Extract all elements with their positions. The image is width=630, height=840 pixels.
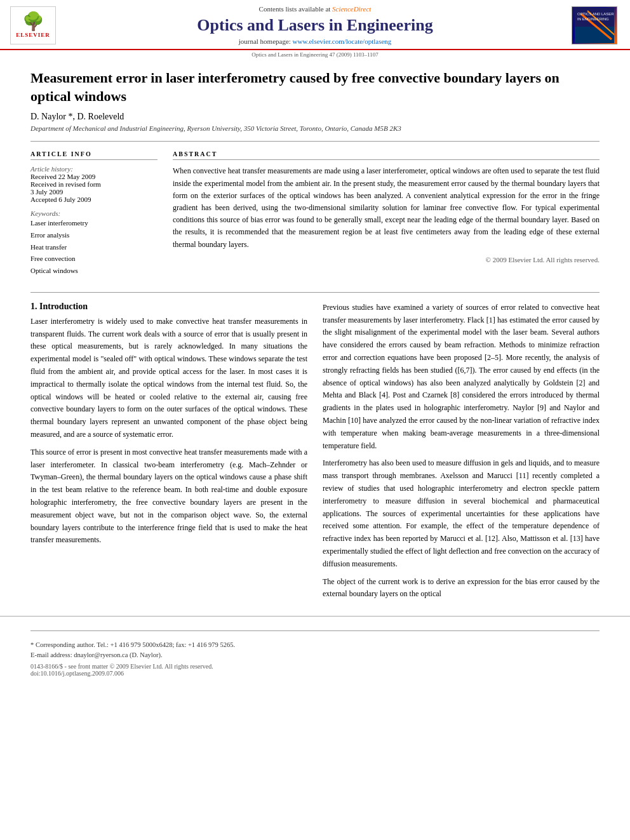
abstract-label: ABSTRACT	[173, 150, 600, 160]
authors: D. Naylor *, D. Roeleveld	[30, 112, 600, 122]
journal-cover: OPTICS AND LASERS IN ENGINEERING	[572, 6, 622, 44]
elsevier-logo: 🌳 ELSEVIER	[8, 6, 58, 44]
article-info-column: ARTICLE INFO Article history: Received 2…	[30, 150, 158, 283]
article-history: Article history: Received 22 May 2009 Re…	[30, 165, 158, 203]
intro-para-1: Laser interferometry is widely used to m…	[30, 316, 307, 441]
corresponding-note: * Corresponding author. Tel.: +1 416 979…	[30, 640, 600, 650]
keyword-5: Optical windows	[30, 265, 158, 277]
prev-studies-para-1: Previous studies have examined a variety…	[323, 302, 600, 453]
elsevier-logo-box: 🌳 ELSEVIER	[10, 6, 56, 44]
article-content: Measurement error in laser interferometr…	[0, 59, 630, 616]
article-footer: * Corresponding author. Tel.: +1 416 979…	[0, 616, 630, 682]
journal-cover-box: OPTICS AND LASERS IN ENGINEERING	[572, 6, 617, 44]
keyword-1: Laser interferometry	[30, 217, 158, 229]
body-right-column: Previous studies have examined a variety…	[323, 302, 600, 606]
elsevier-tree-icon: 🌳	[22, 13, 44, 30]
prev-studies-para-2: Interferometry has also been used to mea…	[323, 457, 600, 570]
abstract-column: ABSTRACT When convective heat transfer m…	[173, 150, 600, 283]
history-label: Article history:	[30, 165, 158, 173]
intro-para-2: This source of error is present in most …	[30, 446, 307, 547]
keywords-list: Laser interferometry Error analysis Heat…	[30, 217, 158, 276]
received-revised-label: Received in revised form	[30, 180, 158, 188]
header-divider	[30, 141, 600, 142]
keywords-section: Keywords: Laser interferometry Error ana…	[30, 210, 158, 276]
contents-line: Contents lists available at ScienceDirec…	[71, 5, 559, 13]
introduction-title: Introduction	[39, 302, 88, 311]
homepage-link[interactable]: www.elsevier.com/locate/optlaseng	[293, 37, 392, 45]
prev-studies-para-3: The object of the current work is to der…	[323, 576, 600, 601]
cover-image-icon: OPTICS AND LASERS IN ENGINEERING	[575, 8, 614, 43]
body-left-column: 1. Introduction Laser interferometry is …	[30, 302, 307, 606]
keyword-2: Error analysis	[30, 229, 158, 241]
footer-divider	[30, 630, 600, 631]
affiliation: Department of Mechanical and Industrial …	[30, 124, 600, 132]
citation-line: Optics and Lasers in Engineering 47 (200…	[0, 50, 630, 59]
svg-text:OPTICS AND LASERS: OPTICS AND LASERS	[577, 12, 614, 16]
email-note: E-mail address: dnaylor@ryerson.ca (D. N…	[30, 650, 600, 660]
introduction-heading: 1. Introduction	[30, 302, 307, 312]
article-info-label: ARTICLE INFO	[30, 150, 158, 160]
received-revised-date: 3 July 2009	[30, 188, 158, 196]
article-info-label-text: ARTICLE INFO	[30, 150, 92, 157]
journal-homepage: journal homepage: www.elsevier.com/locat…	[71, 37, 559, 45]
keyword-3: Heat transfer	[30, 241, 158, 253]
received-date: Received 22 May 2009	[30, 173, 158, 180]
body-columns: 1. Introduction Laser interferometry is …	[30, 302, 600, 606]
copyright-line: © 2009 Elsevier Ltd. All rights reserved…	[173, 256, 600, 263]
svg-text:IN ENGINEERING: IN ENGINEERING	[577, 17, 609, 21]
elsevier-text: ELSEVIER	[16, 32, 50, 38]
abstract-divider	[30, 292, 600, 293]
journal-title-header: Optics and Lasers in Engineering	[71, 15, 559, 35]
article-title: Measurement error in laser interferometr…	[30, 69, 600, 105]
sciencedirect-link[interactable]: ScienceDirect	[332, 5, 371, 13]
footer-ids: 0143-8166/$ - see front matter © 2009 El…	[30, 663, 600, 677]
accepted-date: Accepted 6 July 2009	[30, 196, 158, 203]
page-wrapper: 🌳 ELSEVIER Contents lists available at S…	[0, 0, 630, 840]
header-center: Contents lists available at ScienceDirec…	[58, 5, 572, 45]
keyword-4: Free convection	[30, 253, 158, 265]
section-number: 1.	[30, 302, 37, 311]
abstract-text: When convective heat transfer measuremen…	[173, 165, 600, 250]
abstract-label-text: ABSTRACT	[173, 150, 217, 157]
journal-header: 🌳 ELSEVIER Contents lists available at S…	[0, 0, 630, 50]
keywords-label: Keywords:	[30, 210, 158, 217]
info-abstract-columns: ARTICLE INFO Article history: Received 2…	[30, 150, 600, 283]
